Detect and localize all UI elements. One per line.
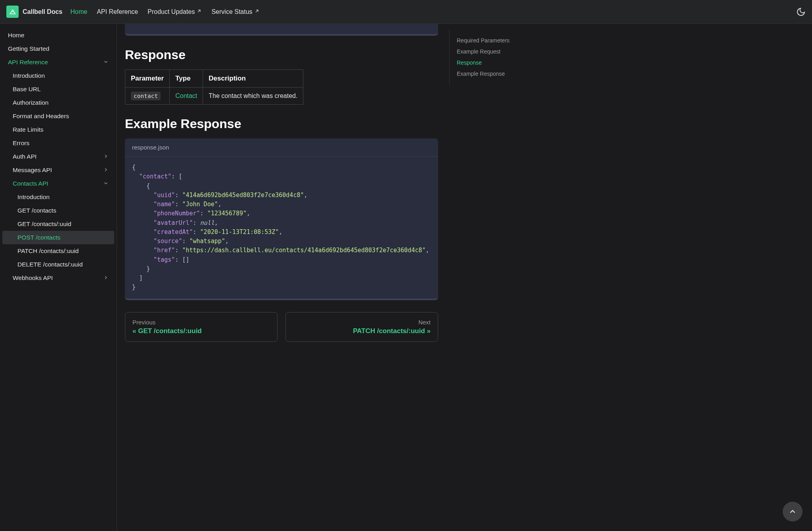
code-filename: response.json [125, 138, 438, 157]
code-content: { "contact": [ { "uuid": "414a6d692bd645… [125, 157, 438, 299]
top-navbar: Callbell Docs Home API Reference Product… [0, 0, 812, 24]
sidebar-item-base-url[interactable]: Base URL [2, 82, 114, 96]
nav-product-updates[interactable]: Product Updates [147, 8, 202, 15]
sidebar-item-label: Contacts API [13, 180, 48, 187]
sidebar-item-contacts-api[interactable]: Contacts API [2, 177, 114, 190]
sidebar-item-delete-contact[interactable]: DELETE /contacts/:uuid [2, 258, 114, 271]
param-desc: The contact which was created. [203, 88, 303, 105]
chevron-right-icon [103, 153, 109, 160]
nav-api-reference[interactable]: API Reference [97, 8, 138, 15]
chevron-right-icon [103, 167, 109, 174]
sidebar-item-introduction[interactable]: Introduction [2, 69, 114, 82]
code-block: response.json { "contact": [ { "uuid": "… [125, 138, 438, 300]
external-link-icon [196, 8, 202, 15]
sidebar-item-rate-limits[interactable]: Rate Limits [2, 123, 114, 136]
heading-example-response: Example Response [125, 117, 438, 131]
th-parameter: Parameter [125, 70, 170, 88]
sidebar-item-label: Webhooks API [13, 274, 53, 282]
sidebar-item-format-headers[interactable]: Format and Headers [2, 109, 114, 123]
toc-example-response[interactable]: Example Response [457, 68, 546, 79]
pagination-prev-label: Previous [132, 319, 270, 326]
sidebar-item-errors[interactable]: Errors [2, 136, 114, 150]
toc-response[interactable]: Response [457, 57, 546, 68]
pagination-next-label: Next [293, 319, 431, 326]
sidebar-item-get-contact-uuid[interactable]: GET /contacts/:uuid [2, 217, 114, 231]
nav-product-updates-label: Product Updates [147, 8, 195, 15]
external-link-icon [254, 8, 260, 15]
table-row: contact Contact The contact which was cr… [125, 88, 303, 105]
scroll-to-top-button[interactable] [783, 502, 802, 521]
nav-home[interactable]: Home [70, 8, 87, 15]
sidebar-item-label: Auth API [13, 153, 36, 160]
heading-response: Response [125, 48, 438, 62]
toc-required-params[interactable]: Required Parameters [457, 35, 546, 46]
sidebar-item-get-contacts[interactable]: GET /contacts [2, 204, 114, 217]
param-name: contact [131, 92, 161, 100]
sidebar-item-post-contacts[interactable]: POST /contacts [2, 231, 114, 244]
sidebar-item-messages-api[interactable]: Messages API [2, 163, 114, 177]
nav-service-status-label: Service Status [211, 8, 252, 15]
sidebar-item-home[interactable]: Home [2, 29, 114, 42]
pagination: Previous « GET /contacts/:uuid Next PATC… [125, 312, 438, 342]
sidebar-item-auth-api[interactable]: Auth API [2, 150, 114, 163]
sidebar-item-label: API Reference [8, 59, 48, 66]
sidebar-item-patch-contact[interactable]: PATCH /contacts/:uuid [2, 244, 114, 258]
theme-toggle-button[interactable] [796, 7, 806, 17]
type-link[interactable]: Contact [175, 92, 197, 99]
pagination-next[interactable]: Next PATCH /contacts/:uuid » [285, 312, 438, 342]
prior-code-block-tail [125, 24, 438, 36]
chevron-right-icon [103, 275, 109, 282]
chevron-down-icon [103, 59, 109, 66]
main-content: Response Parameter Type Description cont… [117, 24, 446, 531]
response-table: Parameter Type Description contact Conta… [125, 69, 303, 105]
nav-links: Home API Reference Product Updates Servi… [70, 8, 259, 15]
th-type: Type [170, 70, 203, 88]
sidebar: Home Getting Started API Reference Intro… [0, 24, 117, 531]
nav-service-status[interactable]: Service Status [211, 8, 259, 15]
sidebar-item-getting-started[interactable]: Getting Started [2, 42, 114, 56]
table-of-contents: Required Parameters Example Request Resp… [449, 29, 546, 85]
pagination-previous[interactable]: Previous « GET /contacts/:uuid [125, 312, 278, 342]
pagination-prev-title: « GET /contacts/:uuid [132, 327, 270, 335]
sidebar-item-webhooks-api[interactable]: Webhooks API [2, 271, 114, 285]
th-description: Description [203, 70, 303, 88]
sidebar-item-api-reference[interactable]: API Reference [2, 56, 114, 69]
sidebar-item-label: Messages API [13, 167, 52, 174]
toc-example-request[interactable]: Example Request [457, 46, 546, 57]
brand-name[interactable]: Callbell Docs [23, 8, 62, 15]
chevron-down-icon [103, 180, 109, 187]
pagination-next-title: PATCH /contacts/:uuid » [293, 327, 431, 335]
sidebar-item-contacts-intro[interactable]: Introduction [2, 190, 114, 204]
brand-logo[interactable] [6, 6, 19, 18]
sidebar-item-authorization[interactable]: Authorization [2, 96, 114, 109]
